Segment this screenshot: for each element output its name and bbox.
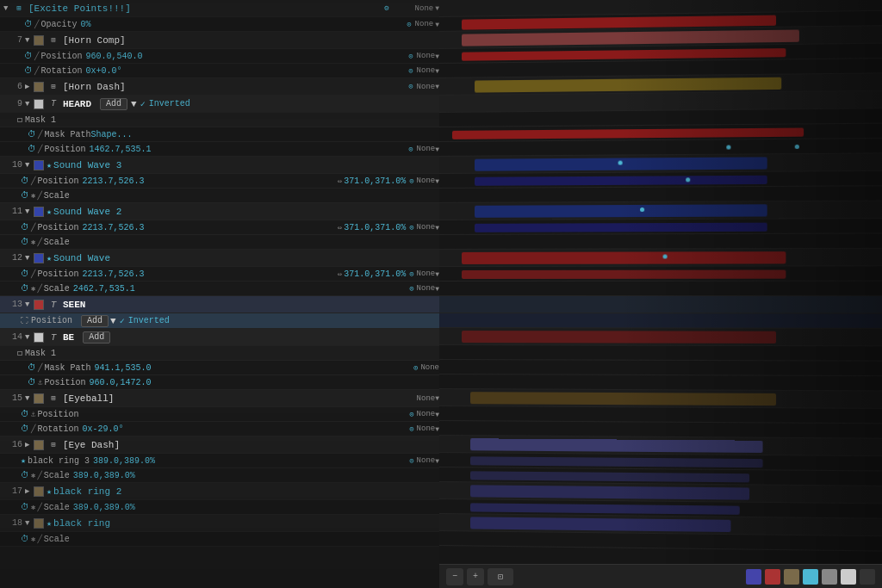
layer-row[interactable]: 9 ▼ T HEARD Add ▼ ✓ Inverted [0, 96, 439, 113]
layer-row[interactable]: 16 ▶ ⊞ [Eye Dash] [0, 436, 439, 454]
layer-row[interactable]: ◻ Mask 1 [0, 113, 439, 127]
asterisk-icon: ✱ [31, 238, 35, 247]
layer-color-box [34, 393, 44, 404]
mask-icon2: ⊙ [408, 145, 413, 154]
layer-color-box [34, 35, 44, 46]
mask-icon: ⊙ [407, 20, 411, 29]
layer-row[interactable]: 15 ▼ ⊞ [Eyeball] None ▼ [0, 390, 439, 407]
layer-row[interactable]: ⏱ ✱ ╱ Scale 2462.7,535.1 ⊙ None ▼ [0, 282, 439, 296]
layer-row[interactable]: ⏱ ╱ Mask Path 941.1,535.0 ⊙ None [0, 361, 439, 375]
layer-row[interactable]: ★ black ring 3 389.0,389.0% ⊙ None ▼ [0, 454, 439, 468]
add-btn-label: Add [100, 98, 127, 110]
layer-row[interactable]: ⏱ ╱ Mask Path Shape... [0, 127, 439, 142]
layer-row[interactable]: ◻ Mask 1 [0, 346, 439, 361]
layer-row[interactable]: 10 ▼ ★ Sound Wave 3 [0, 157, 439, 174]
graph-icon: ╱ [31, 223, 35, 232]
property-name: Position [37, 269, 78, 279]
star-icon: ★ [47, 486, 52, 497]
layer-row[interactable]: ⏱ ╱ Opacity 0% ⊙ None ▼ [0, 17, 439, 32]
none-text: None [417, 284, 436, 293]
timeline-panel: − + ⊡ [439, 0, 882, 588]
layer-row[interactable]: ⏱ ⚓ Position 960.0,1472.0 [0, 375, 439, 390]
layer-row[interactable]: 6 ▶ ⊞ [Horn Dash] ⊙ None ▼ [0, 78, 439, 96]
layer-row[interactable]: 12 ▼ ★ Sound Wave [0, 250, 439, 267]
layer-name: Sound Wave 2 [53, 207, 121, 217]
mask-icon: ⊙ [408, 52, 413, 61]
color-swatch-cyan[interactable] [803, 569, 818, 585]
anchor-icon: ⚓ [31, 410, 35, 419]
color-swatch-gold[interactable] [784, 569, 799, 585]
layer-row[interactable]: 11 ▼ ★ Sound Wave 2 [0, 203, 439, 220]
layer-row[interactable]: ⏱ ╱ Rotation 0x+0.0° ⊙ None ▼ [0, 64, 439, 78]
none-text: None [415, 4, 434, 13]
stopwatch-icon: ⏱ [21, 470, 29, 480]
layer-number: 10 [3, 160, 22, 170]
zoom-in-icon[interactable]: + [467, 568, 484, 585]
chevron-down-icon: ▼ [25, 519, 34, 528]
layer-row[interactable]: ⏱ ✱ ╱ Scale 389.0,389.0% [0, 468, 439, 483]
layer-row[interactable]: ⏱ ╱ Position 2213.7,526.3 ⇔ 371.0,371.0%… [0, 267, 439, 282]
layer-row[interactable]: ⏱ ╱ Position 2213.7,526.3 ⇔ 371.0,371.0%… [0, 174, 439, 189]
layer-row[interactable]: ⏱ ⚓ Position ⊙ None ▼ [0, 407, 439, 422]
property-name: Scale [44, 284, 70, 294]
property-value: 389.0,389.0% [73, 471, 135, 480]
stopwatch-icon: ⏱ [21, 534, 29, 544]
app-container: ▼ ⊞ [Excite Points!!!] ⚙ None ▼ ⏱ ╱ Opac… [0, 0, 882, 588]
add-button[interactable]: Add [96, 98, 127, 110]
layer-number: 6 [3, 82, 22, 91]
chevron-right-icon: ▶ [25, 82, 34, 91]
layer-row[interactable]: 14 ▼ T BE Add [0, 329, 439, 346]
layer-row[interactable]: ⏱ ╱ Rotation 0x-29.0° ⊙ None ▼ [0, 422, 439, 436]
layer-number: 15 [3, 393, 22, 403]
color-swatch-red[interactable] [765, 569, 780, 585]
add-button[interactable]: Add [78, 315, 109, 327]
chevron-down-icon: ▼ [25, 207, 34, 216]
color-swatch-white[interactable] [841, 569, 856, 585]
mask-icon: ⊙ [409, 456, 413, 466]
chevron-down-icon: ▼ [25, 36, 34, 45]
chevron-down-icon: ▼ [3, 4, 12, 13]
property-value: 0x+0.0° [85, 66, 121, 76]
link-icon: ⇔ [338, 269, 342, 279]
layer-row[interactable]: 13 ▼ T SEEN [0, 296, 439, 313]
layer-row[interactable]: 17 ▶ ★ black ring 2 [0, 483, 439, 500]
fit-icon[interactable]: ⊡ [488, 568, 513, 585]
layer-row[interactable]: 18 ▼ ★ black ring [0, 515, 439, 532]
layer-row[interactable]: ⛶ Position Add ▼ ✓ Inverted [0, 313, 439, 329]
chevron-right-icon: ▶ [25, 486, 34, 496]
layer-row[interactable]: ⏱ ✱ ╱ Scale 389.0,389.0% [0, 500, 439, 515]
layer-row[interactable]: ⏱ ✱ ╱ Scale [0, 235, 439, 250]
pencil-icon: ╱ [37, 535, 41, 544]
mask-icon: ⊙ [409, 284, 413, 294]
zoom-out-icon[interactable]: − [446, 568, 463, 585]
layer-color-box [34, 486, 44, 497]
stopwatch-icon: ⏱ [21, 269, 29, 279]
layer-row[interactable]: ⏱ ✱ ╱ Scale [0, 532, 439, 547]
layer-row[interactable]: ⏱ ╱ Position 2213.7,526.3 ⇔ 371.0,371.0%… [0, 220, 439, 235]
stopwatch-icon: ⏱ [21, 190, 29, 201]
property-name: Position [37, 223, 78, 232]
property-value2: 371.0,371.0% [344, 223, 406, 232]
color-swatch-blue[interactable] [746, 569, 761, 585]
text-icon: T [47, 331, 60, 344]
stopwatch-icon: ⏱ [28, 377, 36, 387]
property-name: Mask Path [44, 130, 90, 139]
layer-color-box [34, 253, 44, 263]
chevron-down-icon: ▼ [25, 394, 34, 403]
layer-row[interactable]: ⏱ ✱ ╱ Scale [0, 189, 439, 203]
graph-icon: ╱ [38, 363, 42, 373]
mask-icon2: ⊙ [413, 363, 418, 373]
property-value: 389.0,389.0% [73, 503, 135, 512]
layer-row[interactable]: 7 ▼ ⊞ [Horn Comp] [0, 32, 439, 49]
color-swatch-gray[interactable] [822, 569, 837, 585]
stopwatch-icon: ⏱ [21, 409, 29, 419]
mask-icon: ◻ [17, 348, 22, 358]
layer-row[interactable]: ⏱ ╱ Position 960.0,540.0 ⊙ None ▼ [0, 49, 439, 64]
color-swatch-dark[interactable] [860, 569, 875, 585]
layer-number: 16 [3, 440, 22, 449]
add-button[interactable]: Add [79, 331, 110, 344]
property-value2: 371.0,371.0% [344, 269, 406, 279]
layer-row[interactable]: ▼ ⊞ [Excite Points!!!] ⚙ None ▼ [0, 0, 439, 17]
property-name: Scale [44, 471, 70, 480]
layer-row[interactable]: ⏱ ╱ Position 1462.7,535.1 ⊙ None ▼ [0, 142, 439, 157]
